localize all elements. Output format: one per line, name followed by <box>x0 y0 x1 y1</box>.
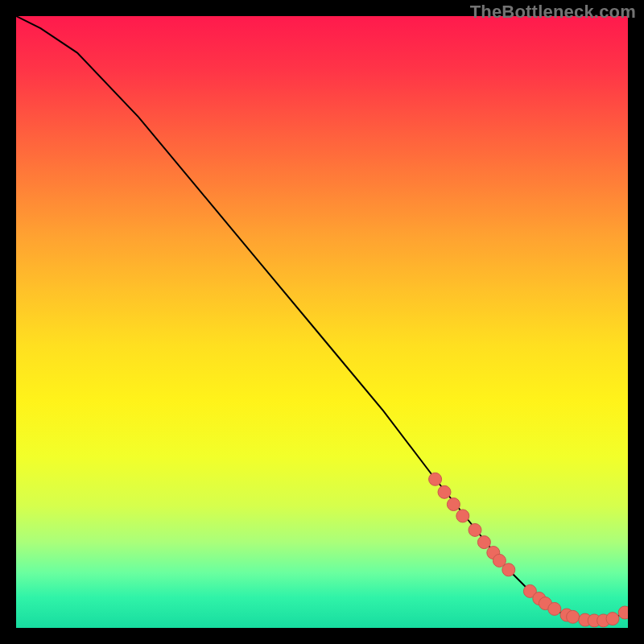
plot-background-gradient <box>16 16 628 628</box>
watermark-label: TheBottleneck.com <box>470 2 636 23</box>
chart-stage: TheBottleneck.com <box>0 0 644 644</box>
